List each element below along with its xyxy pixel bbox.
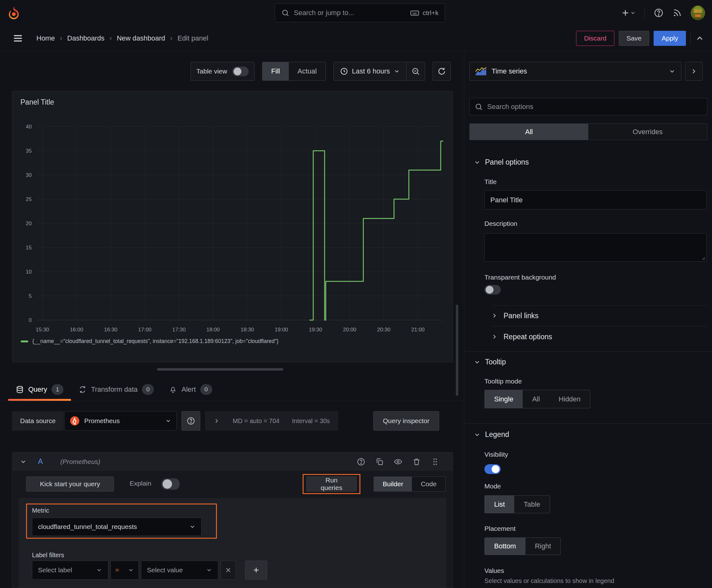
label-filters-row: Select label = Select value (32, 561, 267, 580)
run-queries-button[interactable]: Run queries (306, 477, 357, 491)
svg-text:19:30: 19:30 (309, 327, 322, 333)
search-shortcut: ctrl+k (410, 8, 438, 18)
transform-count-badge: 0 (142, 384, 154, 395)
tooltip-mode-all[interactable]: All (523, 390, 549, 408)
kick-start-query-button[interactable]: Kick start your query (26, 477, 114, 491)
metric-select[interactable]: cloudflared_tunnel_total_requests (32, 518, 201, 536)
chevron-down-icon (474, 431, 481, 438)
panel-title-input[interactable] (484, 190, 707, 210)
transparent-background-toggle[interactable] (484, 285, 501, 295)
section-panel-options[interactable]: Panel options (474, 158, 528, 166)
legend-placement-bottom[interactable]: Bottom (485, 538, 525, 555)
section-panel-links[interactable]: Panel links (464, 309, 712, 322)
edit-panel-workspace: Table view Fill Actual Last 6 hours (0, 51, 712, 588)
builder-option[interactable]: Builder (374, 477, 412, 491)
query-options-collapsed[interactable]: MD = auto = 704 Interval = 30s (205, 411, 338, 430)
actual-option[interactable]: Actual (289, 62, 326, 80)
section-legend[interactable]: Legend (474, 430, 509, 439)
query-inspector-button[interactable]: Query inspector (373, 411, 439, 430)
tab-transform[interactable]: Transform data 0 (71, 378, 161, 401)
menu-icon (13, 33, 23, 44)
tab-all[interactable]: All (470, 124, 588, 140)
help-button[interactable] (654, 8, 664, 18)
tab-transform-label: Transform data (91, 385, 137, 394)
query-ref-id[interactable]: A (38, 457, 43, 466)
chevron-down-icon[interactable] (20, 458, 27, 465)
tab-alert[interactable]: Alert 0 (161, 378, 219, 401)
breadcrumb-home[interactable]: Home (37, 34, 55, 42)
datasource-picker[interactable]: Prometheus (64, 411, 177, 430)
breadcrumb-new-dashboard[interactable]: New dashboard (117, 34, 165, 42)
fill-option[interactable]: Fill (262, 62, 289, 80)
query-row-header[interactable]: A (Prometheus) (12, 452, 453, 471)
svg-text:25: 25 (26, 196, 32, 202)
refresh-button[interactable] (433, 62, 451, 81)
resize-corner-icon[interactable] (700, 255, 706, 260)
section-tooltip[interactable]: Tooltip (474, 358, 506, 366)
legend-mode-list[interactable]: List (485, 496, 514, 513)
split-resize-handle[interactable] (157, 368, 283, 371)
datasource-help-button[interactable] (181, 411, 200, 430)
query-help-icon[interactable] (357, 457, 365, 466)
tab-overrides[interactable]: Overrides (588, 124, 707, 140)
collapse-header-button[interactable] (695, 34, 705, 43)
topbar-divider (645, 7, 645, 19)
tooltip-mode-single[interactable]: Single (485, 390, 523, 408)
metric-label: Metric (32, 507, 49, 514)
mega-menu-button[interactable] (13, 33, 23, 44)
grafana-logo-icon[interactable] (7, 6, 21, 20)
discard-button[interactable]: Discard (576, 31, 614, 46)
remove-filter-button[interactable] (221, 561, 236, 580)
delete-query-trash-icon[interactable] (412, 457, 421, 466)
legend-mode-table[interactable]: Table (514, 496, 550, 513)
select-label-placeholder: Select label (38, 566, 92, 574)
search-icon (281, 9, 289, 17)
chevron-down-icon (394, 68, 400, 75)
select-label-dropdown[interactable]: Select label (32, 561, 108, 580)
table-view-label: Table view (196, 67, 227, 75)
toggle-visibility-eye-icon[interactable] (394, 457, 403, 466)
time-range-picker[interactable]: Last 6 hours (334, 62, 406, 80)
operator-dropdown[interactable]: = (110, 561, 139, 580)
new-menu-button[interactable] (621, 8, 636, 18)
legend-visibility-toggle[interactable] (484, 464, 501, 474)
datasource-label: Data source (12, 411, 64, 430)
options-search-input[interactable]: Search options (469, 98, 707, 115)
drag-handle-icon[interactable] (431, 457, 439, 466)
operator-value: = (115, 566, 123, 574)
explain-toggle[interactable] (161, 478, 179, 490)
panel-description-textarea[interactable] (484, 233, 707, 261)
news-button[interactable] (672, 8, 682, 18)
chevron-down-icon (206, 567, 212, 573)
duplicate-query-icon[interactable] (375, 457, 384, 466)
chevron-down-icon (96, 567, 102, 573)
section-repeat-options[interactable]: Repeat options (464, 330, 712, 344)
table-view-toggle[interactable] (232, 67, 249, 76)
section-repeat-options-label: Repeat options (503, 333, 552, 341)
add-filter-button[interactable] (245, 561, 267, 580)
keyboard-icon (410, 8, 419, 18)
viz-suggestions-button[interactable] (685, 62, 703, 81)
page-header: Home › Dashboards › New dashboard › Edit… (0, 26, 712, 51)
tooltip-mode-hidden[interactable]: Hidden (549, 390, 590, 408)
tab-query[interactable]: Query 1 (8, 378, 71, 401)
clock-icon (340, 67, 348, 76)
visualization-picker[interactable]: Time series (469, 62, 682, 81)
zoom-out-button[interactable] (407, 62, 425, 80)
apply-button[interactable]: Apply (654, 31, 686, 46)
legend-series-label[interactable]: {__name__="cloudflared_tunnel_total_requ… (33, 338, 278, 344)
breadcrumb-dashboards[interactable]: Dashboards (67, 34, 105, 42)
chart-legend: {__name__="cloudflared_tunnel_total_requ… (21, 338, 278, 344)
user-avatar[interactable] (691, 6, 705, 20)
legend-series-swatch[interactable] (21, 340, 28, 342)
svg-text:19:00: 19:00 (275, 327, 288, 333)
svg-text:17:00: 17:00 (138, 327, 152, 333)
code-option[interactable]: Code (412, 477, 445, 491)
legend-mode-segmented: List Table (484, 495, 550, 513)
save-button[interactable]: Save (619, 31, 649, 46)
global-search-input[interactable]: Search or jump to... ctrl+k (275, 3, 445, 22)
select-value-dropdown[interactable]: Select value (141, 561, 218, 580)
interval-stat: Interval = 30s (292, 417, 330, 425)
legend-placement-right[interactable]: Right (525, 538, 560, 555)
svg-text:15: 15 (26, 245, 32, 251)
